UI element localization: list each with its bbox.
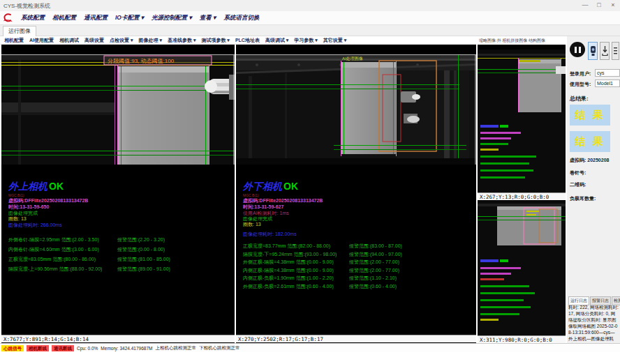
left-camera-image[interactable]: 分段阈值:93, 动态阈值:100 — [1, 54, 235, 165]
toolbar-item-image-processing[interactable]: 图像处理 ▾ — [138, 37, 161, 44]
lower-process-elapsed: 图像处理耗时: 182.00ms — [243, 232, 297, 237]
lower-alarm-4: 报警范围:(1.10 - 2.10) — [349, 275, 397, 281]
thumbnail-header-label: 缩略图像:外 相机拼接图像 结构图像 — [479, 38, 545, 43]
menu-item-camera-config[interactable]: 相机配置 — [52, 14, 76, 22]
result-box-upper: 结 果 — [570, 105, 610, 126]
left-camera-status: OK — [49, 181, 64, 192]
camera-offline-badge: 相机断线 — [27, 345, 49, 351]
left-threshold-label: 分段阈值:93, 动态阈值:100 — [108, 58, 175, 64]
left-process-done: 图像处理完成 — [8, 211, 38, 216]
left-camera-panel: 分段阈值:93, 动态阈值:100 外上相机OK MGC.B(1) 虚拟码:DF… — [1, 45, 235, 343]
menu-item-light-control-config[interactable]: 光源控制配置 ▾ — [152, 14, 192, 22]
app-logo-icon — [3, 13, 13, 23]
lower-turn-count: 圈数: 13 — [243, 222, 261, 227]
sidebar-tool-button-3[interactable] — [612, 42, 619, 60]
model-value[interactable]: Model1 — [595, 79, 620, 87]
left-process-elapsed: 图像处理耗时: 266.00ms — [8, 222, 62, 228]
status-bar: 心跳信号 相机断线 通讯断线 Cpu: 0.0% Memory: 3424.41… — [0, 343, 620, 352]
left-alarm-3: 报警范围:(89.00 - 91.00) — [117, 266, 170, 272]
toolbar-item-test-params[interactable]: 测试项参数 ▾ — [201, 37, 229, 44]
toolbar-item-learning-params[interactable]: 学习参数 ▾ — [294, 37, 317, 44]
menu-item-system-config[interactable]: 系统配置 — [21, 14, 45, 22]
login-user-label: 登录用户: — [570, 70, 591, 77]
lower-alarm-2: 报警范围:(2.00 - 77.00) — [349, 259, 399, 265]
toolbar-item-spot-check[interactable]: 点检设置 ▾ — [110, 37, 133, 44]
sidebar-tool-button-2[interactable] — [600, 42, 610, 60]
qr-code-label: 二维码: — [570, 181, 586, 188]
toolbar-item-ai-use-config[interactable]: AI使用配置 — [29, 37, 54, 44]
lower-camera-sub-label: MGC.B(1) — [243, 192, 259, 198]
tab-run-image[interactable]: 运行图像 — [3, 26, 36, 36]
camera-icon — [590, 45, 596, 56]
thumbnail-header: 缩略图像:外 相机拼接图像 结构图像 — [478, 36, 566, 45]
app-window: CYS-视觉检测系统 — □ × 系统配置 相机配置 通讯配置 IO卡配置 ▾ … — [0, 0, 620, 364]
lower-alarm-5: 报警范围:(0.60 - 4.00) — [349, 284, 397, 289]
left-camera-name: 外上相机 — [8, 181, 47, 192]
left-measure-1: 内侧卷针-隔膜=4.60mm 范围:(3.00 - 6.00) — [8, 247, 99, 252]
cpu-usage: Cpu: 0.0% — [77, 346, 98, 351]
toolbar-item-baseline-params[interactable]: 基准线参数 ▾ — [168, 37, 195, 44]
left-alarm-1: 报警范围:(0.00 - 8.00) — [117, 247, 165, 252]
main-area: 分段阈值:93, 动态阈值:100 外上相机OK MGC.B(1) 虚拟码:DF… — [0, 45, 566, 343]
lower-measure-4: 内侧正极-负极=1.90mm 范围:(1.00 - 2.20) — [243, 275, 334, 281]
tab-strip: 运行图像 — [0, 25, 620, 36]
toolbar-item-plc-address-table[interactable]: PLC地址表 — [235, 37, 260, 44]
menu-lines-icon — [613, 45, 618, 56]
left-virtual-code: 虚拟码:DFFlite2025020813313472B — [8, 198, 88, 204]
left-turn-count: 圈数: 13 — [8, 216, 27, 222]
lower-camera-image[interactable]: AI处理图像 — [236, 54, 476, 165]
minimize-button[interactable]: — — [581, 1, 589, 8]
menu-item-language-switch[interactable]: 系统语言切换 — [223, 14, 259, 22]
left-alarm-2: 报警范围:(81.00 - 85.00) — [117, 257, 170, 262]
lower-camera-heartbeat-status: 下相机心跳检测正常 — [199, 345, 240, 351]
total-result-label: 总结果: — [570, 95, 589, 103]
lower-process-done: 图像处理完成 — [243, 216, 272, 222]
toolbar-item-camera-debug[interactable]: 相机调试 — [59, 37, 79, 44]
left-measure-3: 隔膜宽度-上=90.56mm 范围:(88.00 - 92.00) — [8, 266, 102, 272]
negative-tab-count-label: 负极耳数量: — [570, 195, 596, 202]
menu-item-io-card-config[interactable]: IO卡配置 ▾ — [115, 14, 144, 22]
menubar: 系统配置 相机配置 通讯配置 IO卡配置 ▾ 光源控制配置 ▾ 查看 ▾ 系统语… — [0, 11, 620, 25]
lower-alarm-0: 报警范围:(83.00 - 87.00) — [349, 243, 402, 249]
login-user-value[interactable]: cys — [595, 69, 620, 77]
left-coordinate-readout: X:7677;Y:891;R:14;G:14;B:14 — [1, 335, 235, 342]
virtual-code-value: 20250208 — [587, 158, 609, 162]
result-box-lower: 结 果 — [570, 131, 610, 152]
maximize-button[interactable]: □ — [595, 1, 603, 8]
thumbnail-upper-coordinate-readout: X:267;Y:13;R:0;G:0;B:0 — [478, 192, 566, 200]
toolbar-item-camera-config[interactable]: 相机配置 — [4, 37, 24, 44]
toolbar-item-other-settings[interactable]: 其它设置 ▾ — [323, 37, 346, 44]
log-text: 耗时: 222, 网络检测耗时: 17, 网络分类耗时: 0, 网络提取分区耗时… — [568, 304, 619, 348]
lower-alarm-3: 报警范围:(2.00 - 77.00) — [349, 268, 399, 273]
menu-item-comm-config[interactable]: 通讯配置 — [84, 14, 108, 22]
window-controls: — □ × — [581, 1, 617, 8]
lower-measure-3: 内侧正极-隔膜=4.38mm 范围:(0.00 - 9.00) — [243, 268, 334, 273]
lower-camera-status: OK — [283, 181, 298, 192]
lower-virtual-code: 虚拟码:DFFlite2025020813313472B — [243, 198, 323, 204]
menu-item-view[interactable]: 查看 ▾ — [200, 14, 216, 22]
thumbnail-upper[interactable] — [478, 50, 566, 192]
sidebar-tool-button-1[interactable] — [588, 42, 598, 60]
lower-camera-panel: AI处理图像 外下相机OK MGC.B(1) 虚拟码:DFFlite202502… — [236, 45, 476, 343]
model-label: 使用型号: — [570, 81, 591, 88]
left-measure-2: 正极宽度=83.05mm 范围:(80.00 - 86.00) — [8, 257, 96, 262]
sidebar: 登录用户: cys 使用型号: Model1 总结果: 结 果 结 果 虚拟码:… — [567, 36, 620, 352]
left-camera-sub-label: MGC.B(1) — [8, 192, 24, 198]
left-alarm-0: 报警范围:(2.20 - 3.20) — [117, 237, 165, 243]
pause-button[interactable] — [570, 42, 585, 57]
titlebar: CYS-视觉检测系统 — □ × — [0, 0, 620, 11]
ai-image-label: AI处理图像 — [342, 56, 363, 61]
upper-camera-heartbeat-status: 上相机心跳检测正常 — [155, 345, 196, 351]
comm-offline-badge: 通讯断线 — [52, 345, 74, 351]
left-time: 时间:13-31-59-650 — [8, 204, 49, 210]
lower-coordinate-readout: X:270;Y:2502;R:17;G:17;B:17 — [236, 335, 476, 342]
heartbeat-badge: 心跳信号 — [1, 345, 24, 351]
thumbnail-lower[interactable] — [478, 201, 566, 335]
toolbar-item-advanced-debug[interactable]: 高级调试 ▾ — [265, 37, 288, 44]
close-button[interactable]: × — [609, 1, 617, 8]
toolbar-item-advanced-settings[interactable]: 高级设置 — [84, 37, 104, 44]
lower-ai-elapsed: 使用AI检测耗时: 1ms — [243, 211, 289, 216]
lower-camera-name: 外下相机 — [243, 181, 282, 192]
left-camera-title: 外上相机OK — [8, 181, 64, 191]
thumbnail-column: X:267;Y:13;R:0;G:0;B:0 — [478, 45, 566, 343]
